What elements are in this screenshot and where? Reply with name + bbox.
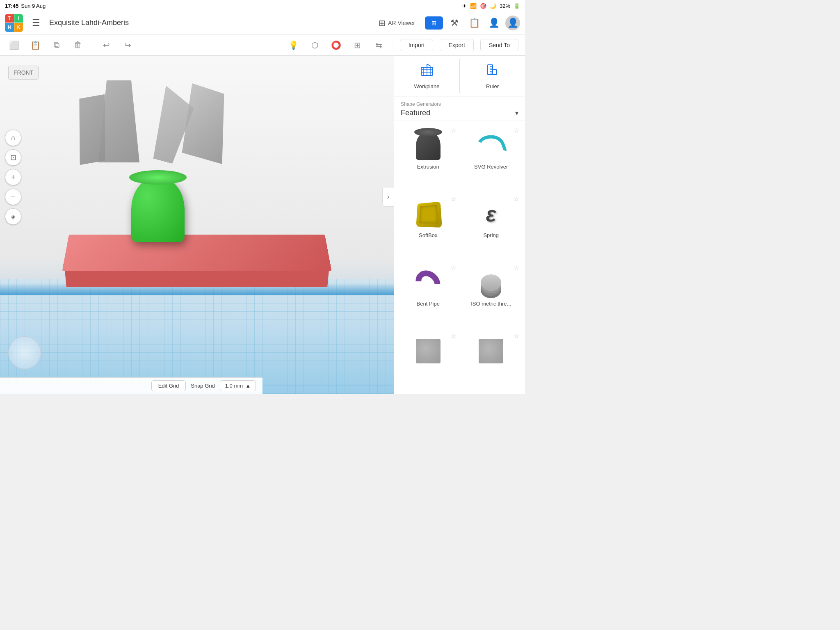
top-right-tools: ⊞ AR Viewer ⊞ ⚒ 📋 👤 👤 [372,15,520,31]
isometric-preview [475,266,507,299]
ruler-button[interactable]: Ruler [460,56,525,96]
panel-expand-arrow[interactable]: › [382,187,394,207]
svgrevolver-preview [475,129,507,162]
grid-view-button[interactable]: ⊞ [425,16,443,30]
avatar[interactable]: 👤 [505,16,520,30]
hammer-button[interactable]: ⚒ [446,15,463,31]
shape7-preview [412,335,445,368]
add-user-button[interactable]: 👤 [486,15,502,31]
snap-value-button[interactable]: 1.0 mm ▲ [220,380,256,391]
shape-card-7[interactable]: ☆ [397,330,459,390]
star-svgrevolver[interactable]: ☆ [514,127,519,135]
new-button[interactable]: ⬜ [7,38,21,52]
star-7[interactable]: ☆ [451,332,457,340]
star-8[interactable]: ☆ [514,332,519,340]
tinkercad-logo[interactable]: T I N K [5,14,23,32]
shape-grid: ☆ Extrusion ☆ SVG Revolver ☆ SoftBox ☆ [394,121,525,394]
star-bentpipe[interactable]: ☆ [451,264,457,272]
battery-icon: 🔋 [514,3,520,9]
star-extrusion[interactable]: ☆ [451,127,457,135]
ruler-label: Ruler [486,83,499,89]
perspective-button[interactable]: ◈ [5,208,21,225]
ar-viewer-icon: ⊞ [379,18,386,28]
snap-arrow-icon: ▲ [245,383,251,389]
sg-featured-value: Featured [401,109,430,117]
spring-name: Spring [483,232,499,238]
isometric-shape [479,270,503,295]
shape-card-isometric[interactable]: ☆ ISO metric thre... [461,261,522,328]
logo-n: N [5,23,14,32]
compass-widget [8,336,41,369]
export-button[interactable]: Export [440,39,473,51]
shape-button[interactable]: ⬡ [308,38,322,52]
ar-viewer-button[interactable]: ⊞ AR Viewer [372,15,422,31]
svgrevolver-shape [475,130,507,161]
layers-button[interactable]: 📋 [466,15,482,31]
duplicate-button[interactable]: ⧉ [49,38,64,52]
sg-dropdown-arrow: ▾ [515,109,518,117]
moon-icon: 🌙 [490,3,496,9]
shape-card-8[interactable]: ☆ [461,330,522,390]
spring-shape: ε [480,201,502,228]
green-cylinder [131,176,185,242]
delete-button[interactable]: 🗑 [71,38,85,52]
softbox-shape [416,202,442,228]
light-button[interactable]: 💡 [286,38,301,52]
bentpipe-preview [412,266,445,299]
toolbar-separator-1 [92,39,92,51]
shape-card-softbox[interactable]: ☆ SoftBox [397,193,459,260]
shape-card-bentpipe[interactable]: ☆ Bent Pipe [397,261,459,328]
shape-card-spring[interactable]: ☆ ε Spring [461,193,522,260]
sg-label: Shape Generators [401,101,518,107]
battery-text: 32% [500,3,510,9]
shape-card-svgrevolver[interactable]: ☆ SVG Revolver [461,124,522,191]
sg-dropdown[interactable]: Featured ▾ [401,109,518,117]
extrusion-shape [416,131,441,160]
copy-button[interactable]: 📋 [28,38,43,52]
isometric-name: ISO metric thre... [471,301,511,307]
bentpipe-name: Bent Pipe [417,301,440,307]
second-toolbar: ⬜ 📋 ⧉ 🗑 ↩ ↪ 💡 ⬡ ⭕ ⊞ ⇆ Import Export Send… [0,34,525,56]
import-button[interactable]: Import [400,39,434,51]
align-button[interactable]: ⊞ [350,38,365,52]
edit-grid-button[interactable]: Edit Grid [151,380,186,391]
workplane-button[interactable]: Workplane [394,56,459,96]
circle-button[interactable]: ⭕ [329,38,344,52]
canvas-area[interactable]: FRONT ⌂ ⊡ + − ◈ Edit Grid Snap Grid 1.0 … [0,56,394,394]
snap-grid-bar: Edit Grid Snap Grid 1.0 mm ▲ [0,377,262,394]
gray-shape-1 [98,80,139,162]
bentpipe-shape [411,265,445,300]
logo-t: T [5,14,14,23]
zoom-in-button[interactable]: + [5,169,21,185]
shape-card-extrusion[interactable]: ☆ Extrusion [397,124,459,191]
gray-shape-4 [181,83,229,164]
home-view-button[interactable]: ⌂ [5,130,21,146]
star-spring[interactable]: ☆ [514,195,519,203]
send-to-button[interactable]: Send To [480,39,518,51]
ruler-icon [485,62,500,80]
fit-view-button[interactable]: ⊡ [5,149,21,166]
grid-icon: ⊞ [431,20,436,26]
spring-preview: ε [475,198,507,231]
mirror-button[interactable]: ⇆ [372,38,386,52]
undo-button[interactable]: ↩ [99,38,114,52]
shape7-shape [416,339,441,363]
redo-button[interactable]: ↪ [120,38,135,52]
svg-rect-14 [493,70,497,75]
extrusion-preview [412,129,445,162]
status-time: 17:45 [5,3,18,9]
star-isometric[interactable]: ☆ [514,264,519,272]
zoom-out-button[interactable]: − [5,189,21,205]
wp-ruler-section: Workplane Ruler [394,56,525,96]
menu-button[interactable]: ☰ [28,15,44,31]
red-platform [62,235,331,271]
shape8-shape [479,339,503,363]
logo-i: I [14,14,23,23]
workplane-icon [420,62,434,80]
sg-header: Shape Generators Featured ▾ [394,96,525,121]
softbox-preview [412,198,445,231]
star-softbox[interactable]: ☆ [451,195,457,203]
project-title: Exquisite Lahdi-Amberis [49,18,367,27]
svgrevolver-name: SVG Revolver [474,164,508,170]
status-date: Sun 9 Aug [21,3,46,9]
